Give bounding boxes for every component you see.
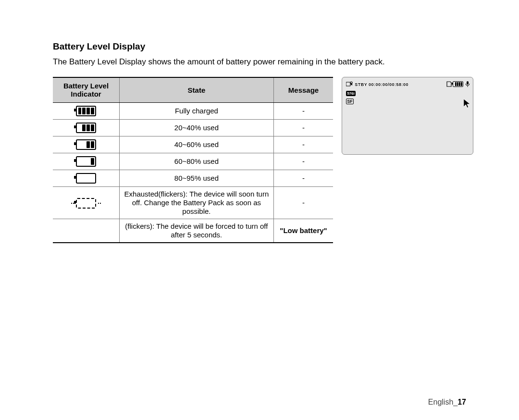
cell-state: 80~95% used	[120, 170, 274, 186]
battery-icon-1bar	[76, 156, 96, 167]
footer-language: English	[428, 398, 453, 406]
table-row: 60~80% used -	[53, 153, 333, 170]
cell-message: -	[273, 186, 333, 219]
stby-timecode: STBY 00:00:00/00:58:00	[355, 82, 408, 87]
cell-state: Fully charged	[120, 102, 274, 119]
table-row: (flickers): The device will be forced to…	[53, 219, 333, 243]
cell-indicator	[53, 153, 120, 170]
badge-576i: 576i	[346, 91, 356, 96]
cell-message: -	[273, 102, 333, 119]
cell-message: -	[273, 170, 333, 186]
battery-icon-empty	[76, 173, 96, 184]
cell-state: (flickers): The device will be forced to…	[120, 219, 274, 243]
footer-page-number: 17	[457, 398, 466, 406]
cell-message: -	[273, 153, 333, 170]
table-row: 80~95% used -	[53, 170, 333, 186]
battery-icon-2bars	[76, 139, 96, 150]
cell-message: -	[273, 119, 333, 136]
cell-indicator	[53, 170, 120, 186]
th-state: State	[120, 77, 274, 102]
cell-state: Exhausted(flickers): The device will soo…	[120, 186, 274, 219]
th-indicator: Battery Level Indicator	[53, 77, 120, 102]
svg-rect-0	[346, 82, 350, 86]
camcorder-icon	[346, 81, 353, 88]
th-message: Message	[273, 77, 333, 102]
cell-indicator	[53, 102, 120, 119]
battery-icon-3bars	[76, 123, 96, 133]
table-row: Exhausted(flickers): The device will soo…	[53, 186, 333, 219]
cell-message: -	[273, 136, 333, 153]
cell-indicator	[53, 136, 120, 153]
table-row: 40~60% used -	[53, 136, 333, 153]
cell-state: 60~80% used	[120, 153, 274, 170]
cell-indicator	[53, 186, 120, 219]
svg-rect-2	[467, 81, 469, 85]
lcd-preview: STBY 00:00:00/00:58:00 576i SF	[342, 77, 473, 155]
intro-text: The Battery Level Display shows the amou…	[53, 57, 473, 67]
cell-message: "Low battery"	[273, 219, 333, 243]
page-footer: English_17	[428, 398, 466, 407]
memory-card-icon	[446, 81, 452, 88]
battery-icon	[453, 81, 463, 88]
heading-battery-level-display: Battery Level Display	[53, 41, 473, 52]
mic-icon	[465, 81, 470, 88]
cell-indicator	[53, 119, 120, 136]
table-row: 20~40% used -	[53, 119, 333, 136]
cell-indicator	[53, 219, 120, 243]
badge-sf: SF	[346, 99, 354, 104]
battery-level-table: Battery Level Indicator State Message Fu…	[53, 77, 333, 243]
battery-icon-flicker	[76, 198, 96, 209]
table-row: Fully charged -	[53, 102, 333, 119]
battery-icon-full	[76, 106, 96, 116]
cell-state: 20~40% used	[120, 119, 274, 136]
cell-state: 40~60% used	[120, 136, 274, 153]
